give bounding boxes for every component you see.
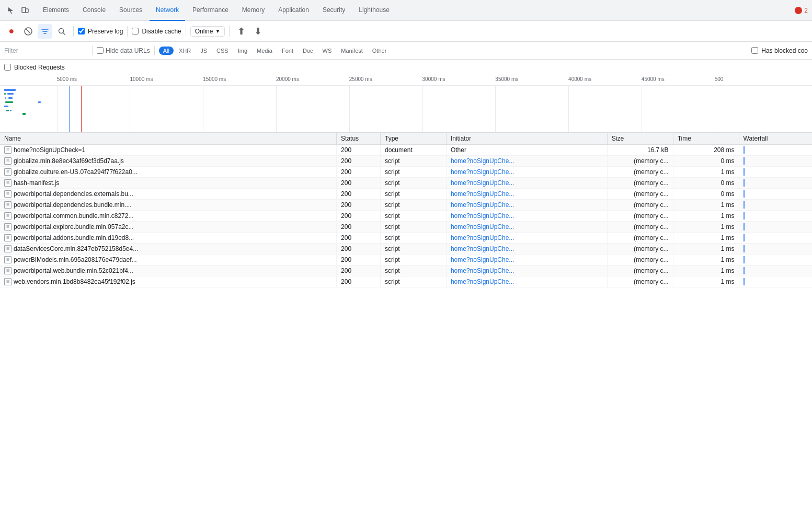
record-button[interactable]: ● bbox=[4, 24, 19, 39]
tab-network[interactable]: Network bbox=[150, 0, 185, 21]
waterfall-bar bbox=[744, 157, 745, 165]
row-status: 200 bbox=[337, 167, 381, 178]
throttle-value: Online bbox=[195, 28, 213, 35]
error-indicator[interactable]: 2 bbox=[795, 7, 808, 14]
filter-type-css[interactable]: CSS bbox=[212, 47, 233, 55]
col-name[interactable]: Name bbox=[0, 133, 337, 145]
row-time: 208 ms bbox=[673, 145, 739, 156]
row-initiator[interactable]: home?noSignUpChe... bbox=[446, 276, 607, 287]
preserve-log-label[interactable]: Preserve log bbox=[78, 28, 123, 35]
table-row[interactable]: ☰powerbiportal.web.bundle.min.52c021bf4.… bbox=[0, 266, 812, 276]
tab-console[interactable]: Console bbox=[76, 0, 112, 21]
table-row[interactable]: ☰powerbiportal.explore.bundle.min.057a2c… bbox=[0, 222, 812, 233]
row-initiator[interactable]: home?noSignUpChe... bbox=[446, 156, 607, 167]
tab-performance[interactable]: Performance bbox=[186, 0, 235, 21]
initiator-link[interactable]: home?noSignUpChe... bbox=[451, 256, 514, 263]
preserve-log-checkbox[interactable] bbox=[78, 28, 85, 34]
initiator-link[interactable]: home?noSignUpChe... bbox=[451, 278, 514, 285]
has-blocked-checkbox[interactable] bbox=[751, 47, 758, 54]
col-initiator[interactable]: Initiator bbox=[446, 133, 607, 145]
cursor-icon[interactable] bbox=[4, 4, 17, 17]
tab-memory[interactable]: Memory bbox=[236, 0, 271, 21]
filter-type-other[interactable]: Other bbox=[368, 47, 391, 55]
row-time: 1 ms bbox=[673, 276, 739, 287]
initiator-link[interactable]: home?noSignUpChe... bbox=[451, 245, 514, 252]
tab-application[interactable]: Application bbox=[272, 0, 315, 21]
row-initiator[interactable]: home?noSignUpChe... bbox=[446, 266, 607, 276]
device-icon[interactable] bbox=[19, 4, 31, 17]
filter-type-xhr[interactable]: XHR bbox=[175, 47, 195, 55]
initiator-link[interactable]: home?noSignUpChe... bbox=[451, 190, 514, 198]
filter-type-js[interactable]: JS bbox=[196, 47, 211, 55]
initiator-link[interactable]: home?noSignUpChe... bbox=[451, 157, 514, 165]
disable-cache-checkbox[interactable] bbox=[132, 28, 139, 34]
col-status[interactable]: Status bbox=[337, 133, 381, 145]
blocked-requests-checkbox[interactable] bbox=[4, 64, 11, 71]
row-waterfall bbox=[739, 276, 812, 287]
initiator-link[interactable]: home?noSignUpChe... bbox=[451, 212, 514, 220]
table-row[interactable]: ☰powerBIModels.min.695a208176e479daef...… bbox=[0, 255, 812, 266]
row-initiator[interactable]: home?noSignUpChe... bbox=[446, 233, 607, 244]
initiator-link[interactable]: home?noSignUpChe... bbox=[451, 168, 514, 176]
col-waterfall[interactable]: Waterfall bbox=[739, 133, 812, 145]
table-row[interactable]: ☰powerbiportal.dependencies.externals.bu… bbox=[0, 189, 812, 200]
row-initiator[interactable]: home?noSignUpChe... bbox=[446, 178, 607, 189]
row-initiator[interactable]: home?noSignUpChe... bbox=[446, 255, 607, 266]
table-row[interactable]: ☰home?noSignUpCheck=1200documentOther16.… bbox=[0, 145, 812, 156]
preserve-log-text: Preserve log bbox=[88, 28, 123, 35]
row-waterfall bbox=[739, 189, 812, 200]
col-size[interactable]: Size bbox=[607, 133, 673, 145]
tab-elements[interactable]: Elements bbox=[37, 0, 75, 21]
throttle-select[interactable]: Online ▼ bbox=[190, 26, 225, 37]
initiator-link[interactable]: home?noSignUpChe... bbox=[451, 234, 514, 241]
disable-cache-label[interactable]: Disable cache bbox=[132, 28, 181, 35]
row-type: script bbox=[381, 233, 447, 244]
tab-sources[interactable]: Sources bbox=[113, 0, 148, 21]
filter-toggle-button[interactable] bbox=[38, 24, 52, 39]
filter-input[interactable] bbox=[4, 47, 88, 54]
initiator-link[interactable]: home?noSignUpChe... bbox=[451, 179, 514, 187]
col-type[interactable]: Type bbox=[381, 133, 447, 145]
initiator-link[interactable]: home?noSignUpChe... bbox=[451, 201, 514, 209]
timeline-body[interactable] bbox=[0, 86, 812, 132]
row-initiator[interactable]: home?noSignUpChe... bbox=[446, 200, 607, 211]
import-button[interactable]: ⬆ bbox=[234, 24, 248, 39]
table-row[interactable]: ☰powerbiportal.dependencies.bundle.min..… bbox=[0, 200, 812, 211]
row-time: 0 ms bbox=[673, 156, 739, 167]
filter-type-doc[interactable]: Doc bbox=[299, 47, 317, 55]
tab-lighthouse[interactable]: Lighthouse bbox=[352, 0, 396, 21]
filter-type-ws[interactable]: WS bbox=[318, 47, 336, 55]
table-row[interactable]: ☰dataServicesCore.min.8247eb752158d5e4..… bbox=[0, 244, 812, 255]
table-row[interactable]: ☰globalize.culture.en-US.07ca294f77f622a… bbox=[0, 167, 812, 178]
search-button[interactable] bbox=[54, 24, 69, 39]
table-row[interactable]: ☰powerbiportal.addons.bundle.min.d19ed8.… bbox=[0, 233, 812, 244]
row-initiator[interactable]: home?noSignUpChe... bbox=[446, 222, 607, 233]
filter-type-manifest[interactable]: Manifest bbox=[337, 47, 367, 55]
filter-type-media[interactable]: Media bbox=[253, 47, 277, 55]
table-row[interactable]: ☰hash-manifest.js200scripthome?noSignUpC… bbox=[0, 178, 812, 189]
row-status: 200 bbox=[337, 156, 381, 167]
table-row[interactable]: ☰web.vendors.min.1bd8b8482ea45f192f02.js… bbox=[0, 276, 812, 287]
filter-type-font[interactable]: Font bbox=[278, 47, 298, 55]
filter-type-img[interactable]: Img bbox=[234, 47, 251, 55]
row-initiator[interactable]: home?noSignUpChe... bbox=[446, 167, 607, 178]
row-initiator[interactable]: home?noSignUpChe... bbox=[446, 244, 607, 255]
table-row[interactable]: ☰globalize.min.8e8ec43af69cf3d5d7aa.js20… bbox=[0, 156, 812, 167]
network-table-container[interactable]: Name Status Type Initiator Size Time Wat… bbox=[0, 133, 812, 500]
export-button[interactable]: ⬇ bbox=[250, 24, 265, 39]
hide-data-urls-text: Hide data URLs bbox=[106, 47, 150, 54]
initiator-link[interactable]: home?noSignUpChe... bbox=[451, 267, 514, 274]
hide-data-urls-checkbox[interactable] bbox=[97, 47, 104, 54]
col-time[interactable]: Time bbox=[673, 133, 739, 145]
row-status: 200 bbox=[337, 189, 381, 200]
row-size: (memory c... bbox=[607, 244, 673, 255]
row-initiator[interactable]: home?noSignUpChe... bbox=[446, 189, 607, 200]
table-row[interactable]: ☰powerbiportal.common.bundle.min.c8272..… bbox=[0, 211, 812, 222]
filter-type-all[interactable]: All bbox=[159, 47, 174, 55]
hide-data-urls-label[interactable]: Hide data URLs bbox=[97, 47, 150, 54]
clear-button[interactable] bbox=[21, 24, 36, 39]
row-initiator[interactable]: home?noSignUpChe... bbox=[446, 211, 607, 222]
initiator-link[interactable]: home?noSignUpChe... bbox=[451, 223, 514, 230]
row-name: web.vendors.min.1bd8b8482ea45f192f02.js bbox=[14, 278, 135, 285]
tab-security[interactable]: Security bbox=[316, 0, 351, 21]
